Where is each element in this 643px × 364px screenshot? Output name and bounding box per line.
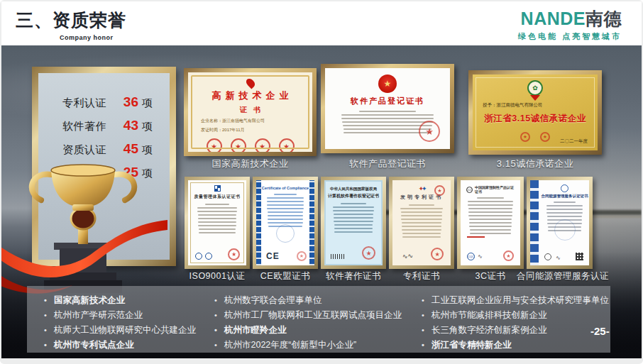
certificate-315-integrity: ✿ 授予：浙江南德电气有限公司 浙江省3.15诚信承诺企业 ★ ★ 二〇二一年度 [468, 70, 602, 155]
caption-software-copyright: 软件著作证书 [321, 270, 386, 282]
stat-label: 专利认证 [62, 96, 106, 110]
certificate-title: 软件产品登记证书 [325, 96, 450, 106]
red-seal-icon: ★ [297, 251, 307, 261]
text-line [546, 205, 583, 206]
text-line [359, 111, 416, 112]
stat-label: 软件著作 [62, 120, 106, 133]
text-line [268, 211, 304, 213]
stat-value: 36 [123, 94, 138, 110]
red-seal-icon: ★ [419, 121, 440, 142]
text-line [409, 204, 434, 206]
honor-item: 国家高新技术企业 [44, 293, 214, 308]
certificate-title: 计算机软件著作权登记证书 [324, 193, 383, 199]
caption-patent: 专利证书 [389, 270, 454, 282]
stamp-icon [544, 253, 551, 260]
qr-code-icon [576, 253, 583, 260]
stat-row-software: 软件著作 43 项 [62, 118, 153, 133]
text-line [268, 222, 302, 224]
text-line [402, 229, 441, 231]
text-line [546, 212, 582, 214]
certificate-text-lines [466, 197, 514, 234]
issuing-authority: 中华人民共和国国家版权局 [324, 187, 383, 192]
text-line [547, 216, 583, 217]
caption-iso9001: ISO9001认证 [185, 270, 250, 282]
honor-item: 长三角数字经济创新案例企业 [422, 323, 610, 338]
certifier-logo-icon [561, 184, 568, 192]
trophy-knob [71, 208, 95, 229]
text-line [267, 208, 303, 209]
text-line [333, 206, 374, 208]
stat-value: 45 [123, 141, 138, 157]
ce-mark: CE [266, 251, 280, 261]
accreditation-logos [195, 253, 212, 260]
barcode-icon [331, 254, 345, 259]
red-seal-icon: ★ [520, 132, 530, 142]
honor-item: 杭州数字联合会理事单位 [214, 293, 422, 308]
text-line [477, 197, 505, 199]
caption-energy-management: 合同能源管理服务认证 [517, 270, 602, 282]
text-line [401, 211, 443, 213]
ccc-mark-icon: CCC [466, 187, 473, 193]
page-number: -25- [590, 325, 610, 337]
text-line [343, 125, 432, 126]
certificate-frame: 中华人民共和国国家版权局 计算机软件著作权登记证书 ★ [321, 177, 386, 269]
certificate-frame: ✿ 授予：浙江南德电气有限公司 浙江省3.15诚信承诺企业 ★ ★ 二〇二一年度 [468, 70, 602, 155]
honor-item: 杭州市2022年度“创新型中小企业” [214, 338, 422, 353]
trophy-handle-left [32, 175, 51, 200]
text-line [334, 228, 373, 229]
national-emblem-icon: ★ [378, 75, 397, 93]
certificate-frame: 质量管理体系认证证书 ★ [185, 177, 250, 269]
red-text-line [467, 236, 485, 238]
cnas-logo-icon [205, 253, 212, 260]
stat-unit: 项 [142, 96, 153, 110]
trophy-rim [51, 165, 115, 176]
page-title: 三、资质荣誉 [16, 9, 126, 32]
text-line [402, 236, 441, 238]
text-line [402, 226, 441, 227]
certificate-ce: Certificate of Compliance CE ★ [253, 177, 318, 269]
slide-stage: 三、资质荣誉 Company honor NANDE南德 绿色电能 点亮智慧城市… [0, 0, 643, 364]
stat-value: 43 [123, 118, 138, 133]
honors-column-3: 工业互联网企业应用与安全技术研究理事单位 杭州市节能减排科技创新企业 长三角数字… [422, 293, 610, 353]
text-line [341, 203, 366, 204]
text-line [334, 231, 372, 233]
certificate-frame: 高新技术企业 证书 企业名称：浙江南德电气有限公司 发证时间：2017年11月 … [184, 68, 317, 156]
cqc-logo-icon: CQC [467, 253, 475, 260]
signature: ∿ [556, 255, 561, 261]
text-line [402, 233, 441, 234]
trophy-cup-base [72, 204, 94, 211]
certificate-title: 合同能源管理服务认证证书 [540, 194, 589, 199]
caption-software-product: 软件产品登记证书 [321, 158, 454, 170]
certificate-text-lines [400, 204, 444, 238]
text-line [546, 209, 583, 210]
certificate-frame: Certificate of Compliance CE ★ [253, 177, 318, 269]
text-line [267, 201, 304, 202]
text-line [268, 215, 303, 216]
ornate-border [476, 77, 595, 148]
certificate-iso9001: 质量管理体系认证证书 ★ [185, 177, 250, 269]
certificate-energy-management: 合同能源管理服务认证证书 ∿ [527, 177, 593, 269]
red-seal-icon: ★ [434, 185, 445, 196]
blue-logo-column [530, 180, 539, 265]
honors-column-1: 国家高新技术企业 杭州市产学研示范企业 杭师大工业物联网研究中心共建企业 杭州市… [44, 293, 214, 353]
certificate-title: Certificate of Compliance [256, 186, 314, 190]
logo-wordmark: NANDE南德 [518, 10, 622, 28]
honor-item: 杭州市节能减排科技创新企业 [422, 308, 610, 323]
caption-3c: 3C证书 [457, 270, 524, 282]
stat-row-qualifications: 资质认证 45 项 [62, 141, 153, 157]
signature: ∿ [478, 253, 483, 260]
stat-label: 资质认证 [62, 143, 106, 157]
text-line [554, 202, 576, 203]
honor-item: 工业互联网企业应用与安全技术研究理事单位 [422, 293, 610, 308]
text-line [333, 210, 373, 211]
page-subtitle: Company honor [16, 34, 126, 41]
certificate-frame: CCC 中国国家强制性产品认证证书 CQC ∿ ★ [457, 177, 524, 269]
logo-tagline: 绿色电能 点亮智慧城市 [518, 31, 622, 42]
honors-column-2: 杭州数字联合会理事单位 杭州市工厂物联网和工业互联网试点项目企业 杭州市瞪羚企业… [214, 293, 422, 353]
red-seal-icon: ★ [362, 246, 375, 260]
text-line [469, 222, 512, 224]
certificate-title: 中国国家强制性产品认证证书 [475, 185, 515, 194]
text-line [401, 215, 442, 216]
stat-unit: 项 [142, 120, 153, 133]
caption-ce: CE欧盟证书 [253, 270, 318, 282]
